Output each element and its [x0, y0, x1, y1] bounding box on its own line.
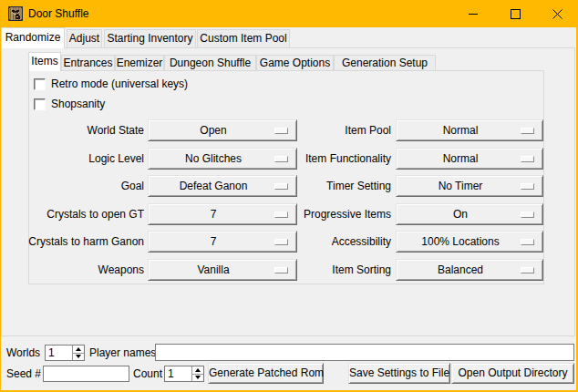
generate-patched-rom-button[interactable]: Generate Patched Rom: [208, 363, 324, 384]
minimize-icon: [469, 14, 478, 15]
tab-dungeon-shuffle[interactable]: Dungeon Shuffle: [164, 55, 256, 70]
tab-generation-setup[interactable]: Generation Setup: [334, 55, 436, 70]
window-title: Door Shuffle: [28, 0, 89, 27]
accessibility-label: Accessibility: [296, 231, 391, 253]
open-output-directory-button[interactable]: Open Output Directory: [451, 363, 574, 384]
weapons-dropdown[interactable]: Vanilla: [148, 259, 297, 281]
item-pool-dropdown[interactable]: Normal: [396, 119, 543, 141]
retro-mode-label: Retro mode (universal keys): [51, 77, 188, 90]
accessibility-dropdown[interactable]: 100% Locations: [396, 231, 543, 253]
seed-label: Seed #: [6, 366, 41, 382]
goal-value: Defeat Ganon: [149, 176, 274, 196]
progressive-items-label: Progressive Items: [296, 203, 391, 225]
progressive-items-value: On: [397, 204, 521, 224]
count-spin-down-button[interactable]: [192, 374, 203, 382]
close-button[interactable]: [536, 0, 578, 27]
close-icon: [552, 9, 563, 19]
dropdown-indicator-icon: [521, 128, 534, 134]
item-pool-label: Item Pool: [296, 119, 391, 141]
up-arrow-icon: [195, 368, 201, 372]
crystals-ganon-value: 7: [149, 232, 274, 252]
dropdown-indicator-icon: [521, 183, 534, 190]
dropdown-indicator-icon: [274, 211, 288, 218]
logic-level-label: Logic Level: [18, 148, 144, 170]
world-state-dropdown[interactable]: Open: [148, 119, 297, 141]
dropdown-indicator-icon: [521, 239, 534, 245]
tab-starting-inventory-label: Starting Inventory: [107, 32, 192, 45]
logic-level-dropdown[interactable]: No Glitches: [148, 148, 297, 170]
tab-entrances-label: Entrances: [63, 57, 112, 69]
dropdown-indicator-icon: [521, 267, 534, 273]
timer-setting-value: No Timer: [397, 176, 521, 196]
player-names-input[interactable]: [155, 344, 574, 361]
maximize-button[interactable]: [494, 0, 536, 27]
seed-input[interactable]: [43, 366, 129, 382]
count-label: Count: [133, 366, 162, 382]
save-settings-button[interactable]: Save Settings to File: [348, 363, 450, 384]
crystals-gt-label: Crystals to open GT: [18, 203, 144, 225]
worlds-spin-up-button[interactable]: [73, 346, 84, 353]
logic-level-value: No Glitches: [149, 149, 274, 169]
item-functionality-value: Normal: [397, 149, 521, 169]
tab-items-label: Items: [31, 55, 57, 67]
tab-enemizer-label: Enemizer: [117, 57, 163, 69]
accessibility-value: 100% Locations: [397, 232, 521, 252]
progressive-items-dropdown[interactable]: On: [396, 203, 543, 225]
retro-mode-checkbox[interactable]: [34, 78, 46, 90]
tab-adjust[interactable]: Adjust: [67, 29, 102, 47]
timer-setting-dropdown[interactable]: No Timer: [396, 175, 543, 197]
worlds-input[interactable]: [46, 346, 72, 360]
dropdown-indicator-icon: [274, 239, 288, 245]
tab-starting-inventory[interactable]: Starting Inventory: [104, 29, 196, 47]
item-sorting-label: Item Sorting: [296, 259, 391, 281]
worlds-spin-down-button[interactable]: [73, 353, 84, 361]
worlds-spinbox: [45, 345, 85, 361]
count-spin-buttons: [191, 366, 203, 381]
count-spin-up-button[interactable]: [192, 366, 203, 374]
shopsanity-checkbox[interactable]: [34, 98, 46, 110]
goal-dropdown[interactable]: Defeat Ganon: [148, 175, 297, 197]
item-functionality-dropdown[interactable]: Normal: [396, 148, 543, 170]
tab-game-options[interactable]: Game Options: [256, 55, 334, 70]
minimize-button[interactable]: [452, 0, 494, 27]
weapons-label: Weapons: [18, 259, 144, 281]
retro-mode-row: Retro mode (universal keys): [34, 77, 188, 91]
down-arrow-icon: [76, 355, 81, 358]
tab-randomize[interactable]: Randomize: [1, 27, 65, 48]
worlds-label: Worlds: [6, 345, 40, 361]
tab-custom-item-pool-label: Custom Item Pool: [200, 32, 286, 45]
caption-buttons: [452, 0, 578, 27]
item-sorting-value: Balanced: [397, 260, 521, 280]
titlebar[interactable]: Door Shuffle: [0, 0, 578, 27]
dropdown-indicator-icon: [274, 128, 288, 134]
item-sorting-dropdown[interactable]: Balanced: [396, 259, 543, 281]
count-spinbox: [164, 366, 204, 382]
tab-generation-setup-label: Generation Setup: [342, 57, 428, 69]
pixel-door-icon: [8, 6, 23, 21]
dropdown-indicator-icon: [274, 267, 288, 273]
world-state-label: World State: [18, 119, 144, 141]
dropdown-indicator-icon: [274, 156, 288, 162]
up-arrow-icon: [76, 347, 81, 351]
crystals-gt-dropdown[interactable]: 7: [148, 203, 297, 225]
player-names-label: Player names: [89, 345, 156, 361]
tab-entrances[interactable]: Entrances: [61, 55, 115, 70]
item-functionality-label: Item Functionality: [296, 148, 391, 170]
tab-enemizer[interactable]: Enemizer: [115, 55, 164, 70]
item-pool-value: Normal: [397, 120, 521, 140]
dropdown-indicator-icon: [274, 183, 288, 190]
tab-dungeon-shuffle-label: Dungeon Shuffle: [170, 57, 251, 69]
dropdown-indicator-icon: [521, 211, 534, 218]
dropdown-indicator-icon: [521, 156, 534, 162]
tab-game-options-label: Game Options: [260, 57, 330, 69]
tab-randomize-label: Randomize: [5, 31, 61, 44]
tab-items[interactable]: Items: [28, 52, 61, 71]
down-arrow-icon: [195, 376, 201, 379]
crystals-ganon-label: Crystals to harm Ganon: [18, 231, 144, 253]
count-input[interactable]: [165, 366, 191, 381]
tab-adjust-label: Adjust: [69, 32, 99, 45]
tab-custom-item-pool[interactable]: Custom Item Pool: [197, 29, 290, 47]
timer-setting-label: Timer Setting: [296, 175, 391, 197]
door-shuffle-window: Door Shuffle Randomize Adjust Starting I…: [0, 0, 578, 392]
crystals-ganon-dropdown[interactable]: 7: [148, 231, 297, 253]
